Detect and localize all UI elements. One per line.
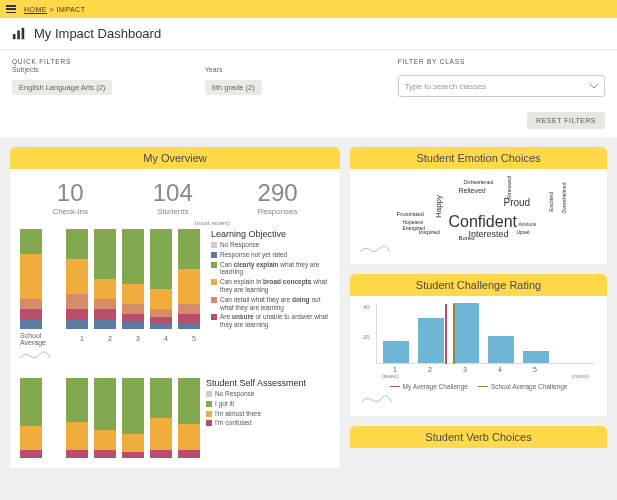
class-placeholder: Type to search classes	[405, 82, 486, 91]
years-chip[interactable]: 6th grade (2)	[205, 80, 262, 95]
most-recent-label: (most recent)	[20, 220, 330, 226]
self-assessment-chart	[20, 378, 200, 458]
chevron-down-icon	[590, 84, 598, 89]
emotions-title: Student Emotion Choices	[350, 147, 607, 169]
sparkline-icon	[362, 394, 392, 404]
page-title: My Impact Dashboard	[34, 26, 161, 41]
learning-objective-chart	[20, 229, 205, 329]
subjects-label: Subjects	[12, 66, 185, 73]
bar-chart-icon	[12, 27, 26, 41]
breadcrumb-current: IMPACT	[57, 6, 86, 13]
learning-objective-legend: Learning ObjectiveNo ResponseResponse no…	[211, 229, 330, 364]
breadcrumb-home[interactable]: HOME	[24, 6, 47, 13]
breadcrumb: HOME > IMPACT	[24, 6, 85, 13]
svg-rect-2	[22, 27, 25, 38]
stat-responses: 290	[258, 179, 298, 207]
self-assessment-legend: Student Self AssessmentNo ResponseI got …	[206, 378, 330, 458]
years-label: Years	[205, 66, 378, 73]
overview-title: My Overview	[10, 147, 340, 169]
challenge-chart: 4020	[376, 304, 595, 364]
svg-rect-0	[13, 34, 16, 39]
stat-checkins: 10	[52, 179, 88, 207]
sparkline-icon	[20, 350, 50, 360]
svg-rect-1	[17, 30, 20, 39]
challenge-title: Student Challenge Rating	[350, 274, 607, 296]
quick-filters-label: QUICK FILTERS	[12, 58, 185, 65]
emotion-word-cloud: ConfidentInterestedProudHappyRelievedBor…	[350, 169, 607, 244]
reset-filters-button[interactable]: RESET FILTERS	[527, 112, 605, 129]
menu-icon[interactable]	[6, 5, 16, 13]
class-select[interactable]: Type to search classes	[398, 75, 605, 97]
subjects-chip[interactable]: English Language Arts (2)	[12, 80, 112, 95]
sparkline-icon	[360, 244, 390, 254]
verbs-title: Student Verb Choices	[350, 426, 607, 448]
stat-students: 104	[153, 179, 193, 207]
filter-class-label: FILTER BY CLASS	[398, 58, 605, 65]
challenge-legend: My Average Challenge School Average Chal…	[362, 383, 595, 390]
